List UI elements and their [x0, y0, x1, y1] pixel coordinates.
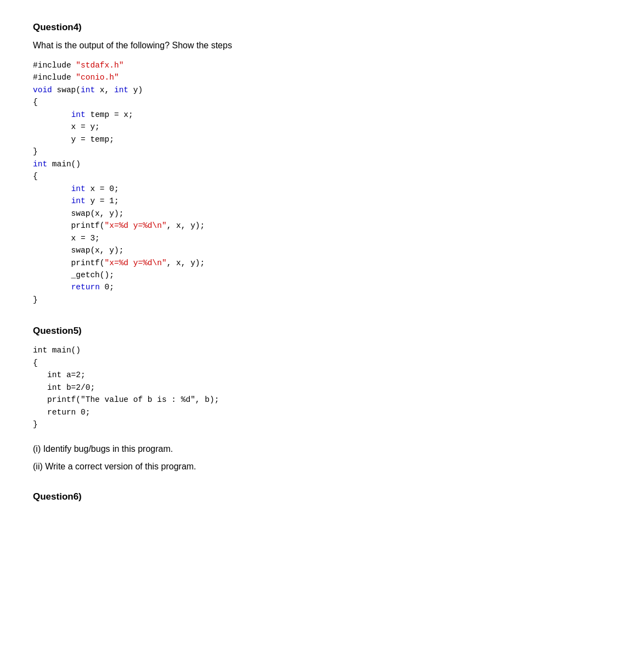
- code-line: int x = 0;: [33, 183, 604, 195]
- code-line: printf("The value of b is : %d", b);: [33, 394, 604, 406]
- code-line: int main(): [33, 344, 604, 356]
- code-line: int y = 1;: [33, 195, 604, 207]
- code-line: int main(): [33, 158, 604, 170]
- question6-section: Question6): [33, 491, 604, 502]
- question5-section: Question5) int main() { int a=2; int b=2…: [33, 326, 604, 471]
- code-line: return 0;: [33, 281, 604, 293]
- q6-title: Question6): [33, 491, 604, 502]
- code-line: _getch();: [33, 269, 604, 281]
- code-line: int a=2;: [33, 369, 604, 381]
- code-line: printf("x=%d y=%d\n", x, y);: [33, 257, 604, 269]
- q4-description: What is the output of the following? Sho…: [33, 41, 604, 51]
- code-line: y = temp;: [33, 133, 604, 145]
- code-line: }: [33, 294, 604, 306]
- question4-section: Question4) What is the output of the fol…: [33, 22, 604, 306]
- code-line: }: [33, 418, 604, 430]
- code-line: #include "conio.h": [33, 71, 604, 83]
- q5-title: Question5): [33, 326, 604, 337]
- q4-title: Question4): [33, 22, 604, 33]
- code-line: void swap(int x, int y): [33, 84, 604, 96]
- q5-sub-i: (i) Identify bug/bugs in this program.: [33, 444, 604, 454]
- code-line: {: [33, 357, 604, 369]
- q4-code-block: #include "stdafx.h" #include "conio.h" v…: [33, 59, 604, 306]
- code-line: x = y;: [33, 121, 604, 133]
- code-line: }: [33, 145, 604, 158]
- code-line: printf("x=%d y=%d\n", x, y);: [33, 220, 604, 232]
- code-line: swap(x, y);: [33, 244, 604, 256]
- q5-code-block: int main() { int a=2; int b=2/0; printf(…: [33, 344, 604, 430]
- code-line: #include "stdafx.h": [33, 59, 604, 71]
- code-line: swap(x, y);: [33, 208, 604, 220]
- code-line: x = 3;: [33, 232, 604, 244]
- code-line: {: [33, 170, 604, 182]
- code-line: int temp = x;: [33, 109, 604, 121]
- code-line: int b=2/0;: [33, 382, 604, 394]
- q5-sub-ii: (ii) Write a correct version of this pro…: [33, 462, 604, 472]
- code-line: {: [33, 96, 604, 108]
- code-line: return 0;: [33, 406, 604, 418]
